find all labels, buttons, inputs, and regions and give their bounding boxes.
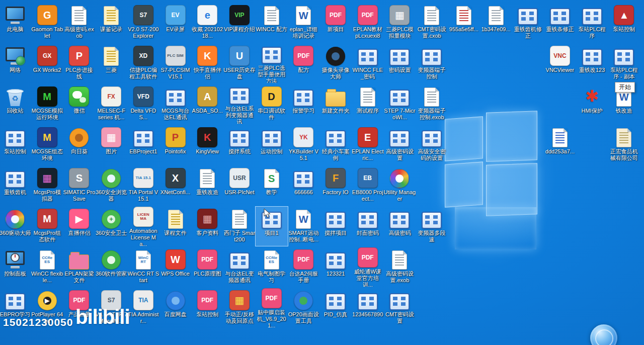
desktop-icon[interactable]: 三菱 <box>95 44 127 83</box>
desktop-icon[interactable]: 测试程序 <box>352 84 384 124</box>
desktop-icon[interactable]: ▦McgsPro模拟器 <box>31 166 63 205</box>
desktop-icon[interactable]: VNCVNCViewer <box>544 44 576 83</box>
desktop-icon[interactable]: CCfle ESWinCC flexible... <box>31 247 63 287</box>
desktop-icon[interactable]: 360安全浏览器 <box>95 166 127 205</box>
desktop-icon[interactable]: YKYKBuilder V5.1 <box>287 125 319 164</box>
desktop-icon[interactable]: PDF新项目 <box>319 3 352 42</box>
desktop-icon[interactable]: WINCC FLE_密码 <box>352 44 384 83</box>
desktop-icon[interactable]: WinC RTWinCC RT Start <box>127 247 159 287</box>
desktop-icon[interactable]: Utility Manager <box>383 166 416 205</box>
desktop-icon[interactable]: 360软件管家 <box>95 247 127 287</box>
desktop-icon[interactable]: 高级密码 <box>383 207 416 246</box>
desktop-icon[interactable]: STEP 7-MicroWI... <box>383 84 416 124</box>
desktop-icon[interactable]: 重铁改造 <box>191 166 223 205</box>
desktop-icon[interactable]: PLC SIMS7-PLCSIM V15.1 <box>159 44 192 83</box>
desktop-icon[interactable]: e收藏 20210218... <box>191 3 223 42</box>
desktop-icon[interactable]: S教学 <box>256 166 288 205</box>
desktop-icon[interactable]: 新建文件夹 <box>319 84 352 124</box>
desktop-icon[interactable]: EVEV录屏 <box>159 3 192 42</box>
desktop-icon[interactable]: TIATIA Administr... <box>127 288 159 327</box>
desktop-icon[interactable]: 西门子 Smart200 <box>223 207 256 246</box>
desktop-icon[interactable]: FXMELSEC-F series 机... <box>95 84 127 124</box>
desktop-icon[interactable]: ▲泵站控制 <box>608 3 640 42</box>
desktop-icon[interactable]: VFDDelta VFDS... <box>127 84 159 124</box>
desktop-icon[interactable]: EBEB8000 Project... <box>352 166 384 205</box>
desktop-icon[interactable]: 泵站控制 <box>0 125 31 164</box>
desktop-icon[interactable]: PPLC步进接线 <box>63 44 95 83</box>
desktop-icon[interactable]: MMcgsPro组态软件 <box>31 207 63 246</box>
desktop-icon[interactable]: 三菱PLC选型手册使用方法 <box>256 44 288 83</box>
desktop-icon[interactable]: 360驱动大师 <box>0 207 31 246</box>
desktop-icon[interactable]: PDF威纶通W课堂官方培训... <box>352 247 384 287</box>
desktop-icon[interactable]: WINCC 配方 <box>256 3 288 42</box>
desktop-icon[interactable]: 经典小车案例 <box>319 125 352 164</box>
desktop-icon[interactable]: PDF泵站控制 <box>191 288 223 327</box>
desktop-icon[interactable]: PDFPLC原理图 <box>191 247 223 287</box>
desktop-icon[interactable]: 百度网盘 <box>159 288 192 327</box>
desktop-icon[interactable]: 课鉴记录 <box>95 3 127 42</box>
desktop-icon[interactable]: 向日葵 <box>63 125 95 164</box>
desktop-icon[interactable]: CCfile ES电气制图学习 <box>256 247 288 287</box>
desktop-icon[interactable]: 高级密码.exob <box>63 3 95 42</box>
desktop-icon[interactable]: 1b347e09... <box>480 3 512 42</box>
desktop-icon[interactable]: EBProject1 <box>127 125 159 164</box>
desktop-icon[interactable]: 搅拌项目 <box>319 207 352 246</box>
desktop-icon[interactable]: ▦手动正/反移动及回原点 <box>223 288 256 327</box>
desktop-icon[interactable]: 重铁改123 <box>576 44 608 83</box>
desktop-icon[interactable]: MMCGSE模拟运行环境 <box>31 84 63 124</box>
desktop-icon[interactable]: S7V2.0 S7-200 Explorer <box>127 3 159 42</box>
desktop-icon[interactable]: TIA 15.1TIA Portal V15.1 <box>127 166 159 205</box>
desktop-icon[interactable]: 搅拌系统 <box>223 125 256 164</box>
desktop-icon[interactable]: 正宏食品机械有限公司 <box>608 125 640 164</box>
desktop-icon[interactable]: ▦客户资料 <box>191 207 223 246</box>
desktop-icon[interactable]: VIPVIP课程介绍 <box>223 3 256 42</box>
desktop-icon[interactable]: WWPS Office <box>159 247 192 287</box>
desktop-icon[interactable]: 变频器端子控制 <box>416 44 448 83</box>
desktop-icon[interactable]: 控制面板 <box>0 247 31 287</box>
desktop-icon[interactable]: 高级安全密码的设置 <box>416 125 448 164</box>
desktop-icon[interactable]: 666666 <box>287 166 319 205</box>
desktop-icon[interactable]: EEPLAN Electric... <box>352 125 384 164</box>
desktop-icon[interactable]: 高级密码设置.exob <box>383 247 416 287</box>
desktop-icon[interactable]: 1234567890 <box>352 288 384 327</box>
desktop-icon[interactable]: PDFEPLAN教材pLcxuexi8 <box>352 3 384 42</box>
desktop-icon[interactable]: PID_仿真 <box>319 288 352 327</box>
desktop-icon[interactable]: PDF台达A2伺服手册 <box>287 247 319 287</box>
desktop-icon[interactable]: 运动控制 <box>256 125 288 164</box>
desktop-icon[interactable]: FFactory IO <box>319 166 352 205</box>
desktop-icon[interactable]: 变频器端子控制.exob <box>416 84 448 124</box>
desktop-icon[interactable]: +360安全卫士 <box>95 207 127 246</box>
desktop-icon[interactable]: GGaomon Tablet <box>31 3 63 42</box>
desktop-icon[interactable]: WSMART远动控制..断电... <box>287 207 319 246</box>
desktop-icon[interactable]: 报警学习 <box>287 84 319 124</box>
desktop-icon[interactable]: ▶直播伴侣 <box>63 207 95 246</box>
desktop-icon[interactable]: AASDA_SO... <box>191 84 223 124</box>
desktop-icon[interactable]: 重铁齿机 <box>0 166 31 205</box>
desktop-icon[interactable]: XXNetConfi... <box>159 166 192 205</box>
desktop-icon[interactable]: CMT密码设置.cxob <box>416 3 448 42</box>
desktop-icon[interactable]: ✱HMI保护 <box>576 84 608 124</box>
desktop-icon[interactable]: 与台达EL变频器通讯 <box>223 247 256 287</box>
desktop-icon[interactable]: 密码设置 <box>383 44 416 83</box>
desktop-icon[interactable]: D串口调试软件 <box>256 84 288 124</box>
desktop-icon[interactable]: 重铁条修正 <box>544 3 576 42</box>
desktop-icon[interactable]: 网络 <box>0 44 31 83</box>
desktop-icon[interactable]: ▦三菱PLC模拟量模块 <box>383 3 416 42</box>
desktop-icon[interactable]: 955a5e5ff... <box>448 3 480 42</box>
desktop-icon[interactable]: XD信捷PLC编程工具软件 <box>127 44 159 83</box>
desktop-icon[interactable]: 封面密码 <box>352 207 384 246</box>
desktop-icon[interactable]: 高级密码设置 <box>383 125 416 164</box>
desktop-icon[interactable]: MMCGSE组态环境 <box>31 125 63 164</box>
desktop-icon[interactable]: K快手直播伴侣 <box>191 44 223 83</box>
desktop-icon[interactable]: USRUSR-PlcNet <box>223 166 256 205</box>
desktop-icon[interactable]: ddd253a7... <box>544 125 576 164</box>
desktop-icon[interactable]: UUSER历史存盘 <box>223 44 256 83</box>
desktop-icon[interactable]: 摄像头录像大师 <box>319 44 352 83</box>
desktop-icon[interactable]: GXGX Works2 <box>31 44 63 83</box>
desktop-icon[interactable]: ▦图片 <box>95 125 127 164</box>
desktop-icon[interactable]: PDF贴中膜启装机_V6.9_201... <box>256 288 288 327</box>
desktop-icon[interactable]: 泵站PLC程序 <box>576 3 608 42</box>
desktop-icon[interactable]: KKingView <box>191 125 223 164</box>
desktop[interactable]: 此电脑GGaomon Tablet高级密码.exob课鉴记录S7V2.0 S7-… <box>0 0 644 345</box>
desktop-icon[interactable]: SSIMATIC ProSave <box>63 166 95 205</box>
